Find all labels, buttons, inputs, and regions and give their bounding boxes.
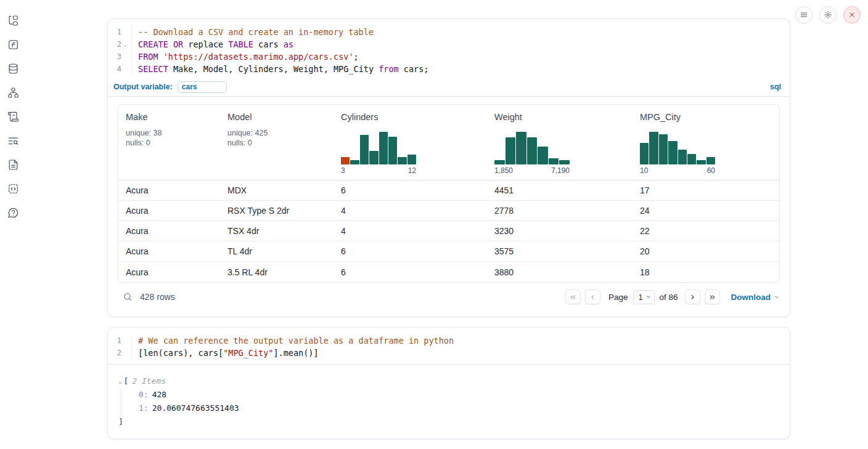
helper-panel-rail (0, 0, 26, 449)
histogram-bar (379, 132, 388, 164)
table-footer: 428 rows Page 1 of 86 Download (108, 284, 790, 310)
sql-cell-toolbar: Output variable: sql (108, 78, 790, 96)
histogram-bar (649, 132, 658, 164)
sql-cell: 1-- Download a CSV and create an in-memo… (107, 18, 790, 317)
hist-max-label: 12 (408, 166, 416, 175)
menu-icon[interactable] (795, 6, 813, 23)
histogram-bar (407, 155, 416, 164)
next-page-button[interactable] (685, 289, 700, 304)
histogram-bar (640, 143, 649, 164)
hist-min-label: 1,850 (494, 166, 513, 175)
output-variable-label: Output variable: (113, 83, 173, 91)
histogram-bar (538, 147, 548, 164)
histogram-bar (360, 135, 369, 164)
histogram-bar (527, 137, 538, 164)
cell-divider (108, 96, 790, 97)
page-select[interactable]: 1 (633, 290, 655, 304)
tree-item: 1:20.060747663551403 (139, 402, 780, 415)
histogram-bar (549, 158, 559, 164)
fold-chevron-icon[interactable]: ⌄ (121, 38, 129, 51)
histogram-bar (697, 160, 705, 164)
results-table: Make unique: 38 nulls: 0 Model unique: 4… (118, 104, 780, 283)
code-line: 1# We can reference the output variable … (108, 334, 790, 347)
histogram-bar (706, 157, 715, 164)
histogram-bar (494, 160, 505, 164)
previous-page-button[interactable] (585, 289, 600, 304)
histogram-bar (659, 134, 668, 164)
table-row[interactable]: Acura RSX Type S 2dr 4 2778 24 (118, 201, 779, 221)
page-label: Page (608, 293, 628, 302)
histogram-bar (687, 154, 696, 164)
weight-histogram: 1,850 7,190 (494, 130, 570, 175)
search-icon[interactable] (123, 292, 133, 302)
page-total: of 86 (659, 293, 678, 302)
last-page-button[interactable] (705, 289, 720, 304)
hist-min-label: 10 (640, 166, 648, 175)
code-line: 3FROM 'https://datasets.marimo.app/cars.… (108, 51, 790, 63)
tree-close: ] (118, 415, 780, 429)
histogram-bar (678, 150, 687, 164)
code-line: 2⌄CREATE OR replace TABLE cars as (108, 38, 790, 51)
python-cell: 1# We can reference the output variable … (107, 327, 790, 439)
tree-item: 0:428 (139, 388, 780, 402)
column-header-model[interactable]: Model unique: 425 nulls: 0 (220, 105, 334, 180)
cylinders-histogram: 3 12 (341, 130, 416, 175)
scratchpad-icon[interactable] (6, 110, 20, 123)
output-variable-input[interactable] (178, 81, 227, 93)
python-output-tree: ⌄ [ 2 Items 0:428 1:20.060747663551403 ] (108, 365, 790, 429)
logs-icon[interactable] (6, 134, 20, 147)
variables-icon[interactable] (6, 38, 20, 51)
hist-max-label: 7,190 (551, 166, 570, 175)
column-header-weight[interactable]: Weight 1,850 7,190 (487, 105, 633, 180)
histogram-bar (388, 137, 397, 164)
sql-code-editor[interactable]: 1-- Download a CSV and create an in-memo… (108, 19, 790, 75)
datasources-icon[interactable] (6, 62, 20, 75)
language-badge: sql (770, 83, 781, 91)
row-count: 428 rows (140, 292, 175, 302)
file-tree-icon[interactable] (6, 14, 20, 27)
column-stats: unique: 425 nulls: 0 (227, 128, 329, 148)
histogram-bar (516, 132, 526, 164)
dependency-graph-icon[interactable] (6, 86, 20, 99)
items-count: 2 Items (132, 374, 166, 388)
histogram-bar (559, 160, 570, 164)
documentation-icon[interactable] (6, 158, 20, 171)
chevron-down-icon (773, 294, 780, 301)
download-button[interactable]: Download (731, 293, 780, 302)
table-header-row: Make unique: 38 nulls: 0 Model unique: 4… (118, 105, 779, 180)
table-row[interactable]: Acura MDX 6 4451 17 (118, 180, 779, 201)
close-icon[interactable] (843, 6, 861, 23)
chevron-down-icon (645, 294, 652, 300)
snippets-icon[interactable] (6, 182, 20, 195)
column-stats: unique: 38 nulls: 0 (126, 128, 215, 148)
table-row[interactable]: Acura TSX 4dr 4 3230 22 (118, 221, 779, 241)
histogram-bar (350, 160, 359, 164)
code-line: 2[len(cars), cars["MPG_City"].mean()] (108, 347, 790, 359)
collapse-chevron-icon[interactable]: ⌄ (118, 374, 121, 388)
code-line: 1-- Download a CSV and create an in-memo… (108, 26, 790, 38)
code-line: 4SELECT Make, Model, Cylinders, Weight, … (108, 63, 790, 75)
histogram-bar (369, 151, 378, 164)
first-page-button[interactable] (565, 289, 581, 304)
table-row[interactable]: Acura 3.5 RL 4dr 6 3880 18 (118, 262, 779, 282)
settings-icon[interactable] (819, 6, 837, 23)
column-header-cylinders[interactable]: Cylinders 3 12 (334, 105, 487, 180)
histogram-bar (341, 157, 350, 164)
mpg-city-histogram: 10 60 (640, 130, 715, 175)
column-header-make[interactable]: Make unique: 38 nulls: 0 (118, 105, 220, 180)
python-code-editor[interactable]: 1# We can reference the output variable … (108, 328, 790, 359)
window-controls (795, 6, 861, 23)
hist-min-label: 3 (341, 166, 345, 175)
histogram-bar (668, 141, 677, 164)
help-icon[interactable] (6, 206, 20, 219)
histogram-bar (398, 157, 406, 164)
tree-items: 0:428 1:20.060747663551403 (121, 388, 780, 415)
tree-root: ⌄ [ 2 Items (118, 374, 780, 388)
histogram-bar (506, 137, 516, 164)
pagination: Page 1 of 86 (565, 289, 720, 304)
table-row[interactable]: Acura TL 4dr 6 3575 20 (118, 241, 779, 262)
column-header-mpg-city[interactable]: MPG_City 10 60 (633, 105, 779, 180)
hist-max-label: 60 (707, 166, 715, 175)
